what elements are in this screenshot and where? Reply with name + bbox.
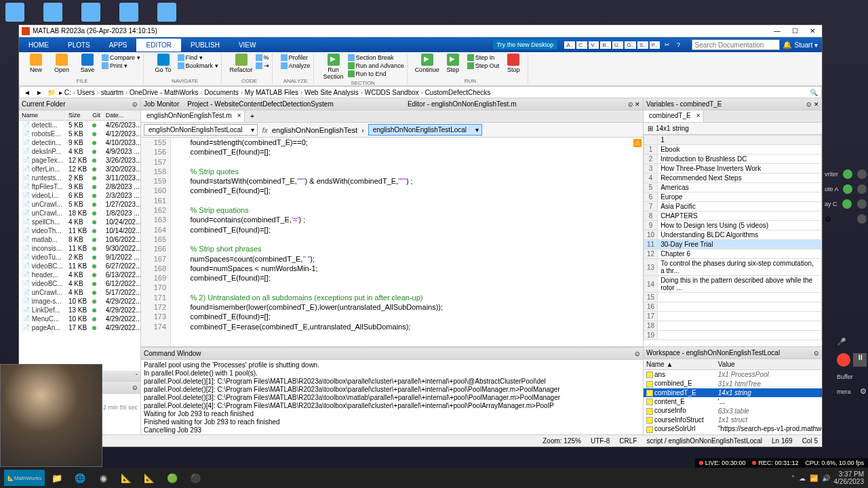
close-button[interactable]: ✕: [808, 27, 816, 35]
taskbar-obs-icon[interactable]: ⚫: [184, 470, 206, 486]
workspace-row[interactable]: ans1x1 ProcessPool: [644, 370, 822, 380]
file-row[interactable]: 📄 detectin...9 KB4/10/2023...: [19, 138, 140, 147]
variable-grid[interactable]: 11Ebook2Introduction to Brushless DC3How…: [644, 135, 822, 346]
workspace-row[interactable]: courseInfoStruct1x1 struct: [644, 415, 822, 424]
search-documentation-input[interactable]: [692, 39, 780, 50]
variable-cell[interactable]: 10Understanding BLDC Algorithms: [644, 230, 822, 240]
taskbar[interactable]: 📐MathWorks 📁 🌐 ◉ 📐 📐 🟢 ⚫ ˄ ☁ 📶 🔊 3:37 PM…: [0, 468, 868, 488]
forward-button[interactable]: ►: [35, 89, 44, 96]
add-tab-button[interactable]: +: [245, 110, 260, 122]
variable-cell[interactable]: 14Doing this in the pattern described ab…: [644, 276, 822, 293]
fx-icon[interactable]: fx: [262, 126, 268, 134]
variable-tab[interactable]: combinedT_E×: [644, 110, 704, 122]
search-icon[interactable]: 🔍: [809, 89, 818, 96]
taskbar-chrome-icon[interactable]: 🌐: [69, 470, 91, 486]
taskbar-app-icon[interactable]: ◉: [92, 470, 114, 486]
taskbar-explorer-icon[interactable]: 📁: [46, 470, 68, 486]
shortcut-key[interactable]: G..: [625, 41, 636, 49]
continue-button[interactable]: Continue: [416, 54, 439, 73]
editor-tab[interactable]: englishOnNonEnglishTest.m×: [141, 110, 245, 122]
file-row[interactable]: 📄 runtests...2 KB3/11/2023...: [19, 174, 140, 182]
ribbon-tab-apps[interactable]: APPS: [100, 39, 137, 52]
file-row[interactable]: 📄 pageTex...12 KB3/26/2023...: [19, 156, 140, 165]
shortcut-key[interactable]: C..: [576, 41, 587, 49]
ribbon-tab-publish[interactable]: PUBLISH: [181, 39, 229, 52]
file-row[interactable]: 📄 matlab...8 KB10/6/2022...: [19, 235, 140, 244]
workspace-row[interactable]: combinedT_E14x1 string: [644, 388, 822, 397]
file-row[interactable]: 📄 deksInP...4 KB4/9/2023 ...: [19, 147, 140, 156]
run-section-button[interactable]: Run Section: [322, 54, 345, 80]
pause-icon[interactable]: ⏸: [853, 353, 867, 367]
back-button[interactable]: ◄: [22, 89, 32, 96]
gear-icon[interactable]: ⚙: [825, 215, 831, 224]
qa-cut-icon[interactable]: ✂: [663, 40, 672, 49]
job-monitor-tab[interactable]: Job Monitor: [144, 100, 187, 108]
file-row[interactable]: 📄 unCrawl...5 KB1/27/2023...: [19, 200, 140, 209]
close-tab-button[interactable]: ×: [237, 112, 241, 119]
save-button[interactable]: Save: [76, 54, 99, 73]
address-bar[interactable]: ◄ ► 📁 ▸ C: › Users › stuartm › OneDrive …: [19, 86, 822, 98]
ribbon-tab-view[interactable]: VIEW: [229, 39, 266, 52]
ribbon-tab-plots[interactable]: PLOTS: [58, 39, 100, 52]
file-row[interactable]: 📄 spellCh...4 KB10/24/202...: [19, 218, 140, 226]
variables-header[interactable]: Variables - combinedT_E⊙ ✕: [644, 98, 822, 110]
breadcrumb-item[interactable]: stuartm: [101, 89, 123, 96]
user-menu[interactable]: Stuart ▾: [795, 41, 818, 49]
analyze-button[interactable]: Analyze: [281, 62, 311, 70]
step-in-button[interactable]: Step In: [467, 54, 500, 62]
variable-cell[interactable]: 4Recommended Next Steps: [644, 174, 822, 183]
breadcrumb-item[interactable]: WCDDS Sandbox: [365, 89, 419, 96]
workspace-row[interactable]: courseInfo63x3 table: [644, 406, 822, 415]
desktop-icon[interactable]: [117, 3, 141, 23]
file-row[interactable]: 📄 unCrawl...4 KB5/17/2022...: [19, 288, 140, 297]
qa-help-icon[interactable]: ?: [674, 40, 684, 49]
file-row[interactable]: 📄 videoTu...2 KB9/1/2022 ...: [19, 253, 140, 262]
zoom-label[interactable]: Zoom: 125%: [542, 437, 581, 445]
close-var-tab-button[interactable]: ×: [696, 112, 701, 119]
run-advance-button[interactable]: Run and Advance: [348, 62, 404, 70]
editor-body[interactable]: 1551561571581591601611621631641651661671…: [141, 138, 643, 346]
workspace-row[interactable]: combined_E31x1 htmlTree: [644, 379, 822, 388]
file-row[interactable]: 📄 pageAn...17 KB4/29/2022...: [19, 323, 140, 332]
breadcrumb-item[interactable]: CustomDefectChecks: [425, 89, 491, 96]
tray-chevron-icon[interactable]: ˄: [791, 474, 795, 482]
workspace-row[interactable]: content_E'...: [644, 397, 822, 406]
taskbar-app2-icon[interactable]: 🟢: [161, 470, 183, 486]
breadcrumb-item[interactable]: Users: [77, 89, 95, 96]
toggle-icon[interactable]: [843, 169, 852, 179]
function-scope-dropdown[interactable]: englishOnNonEnglishTestLocal: [144, 124, 258, 136]
shortcut-key[interactable]: A..: [564, 41, 575, 49]
ribbon-tab-editor[interactable]: EDITOR: [136, 39, 181, 52]
panel-menu-button[interactable]: ⊙ ✕: [628, 101, 641, 108]
variable-cell[interactable]: 7Asia Pacific: [644, 202, 822, 211]
taskbar-mathworks[interactable]: 📐MathWorks: [4, 470, 45, 486]
taskbar-matlab2-icon[interactable]: 📐: [138, 470, 160, 486]
breadcrumb-item[interactable]: Documents: [204, 89, 239, 96]
workspace-table[interactable]: Name ▲Valueans1x1 ProcessPoolcombined_E3…: [644, 359, 822, 434]
file-row[interactable]: 📄 videoLi...6 KB2/3/2023 ...: [19, 191, 140, 200]
variable-cell[interactable]: 3How Three-Phase Inverters Work: [644, 164, 822, 174]
refactor-button[interactable]: Refactor: [230, 54, 253, 73]
variable-cell[interactable]: 8CHAPTERS: [644, 211, 822, 221]
taskbar-clock[interactable]: 3:37 PM4/26/2023: [834, 470, 865, 485]
variable-cell[interactable]: 9How to Design lers Using (5 videos): [644, 221, 822, 230]
workspace-header[interactable]: Workspace - englishOnNonEnglishTestLocal…: [644, 347, 822, 359]
file-row[interactable]: 📄 offerLin...12 KB3/20/2023...: [19, 165, 140, 174]
breadcrumb-item[interactable]: C:: [64, 89, 71, 96]
shortcut-key[interactable]: U..: [612, 41, 623, 49]
variable-cell[interactable]: 1130-Day Free Trial: [644, 240, 822, 249]
variable-cell[interactable]: 13To control the phases during six-step …: [644, 259, 822, 276]
variable-cell[interactable]: 2Introduction to Brushless DC: [644, 155, 822, 164]
current-folder-header[interactable]: Current Folder⊙: [19, 98, 140, 110]
variable-cell[interactable]: 12Chapter 6: [644, 249, 822, 259]
command-window-header[interactable]: Command Window⊙: [141, 348, 643, 360]
file-row[interactable]: 📄 videoBC...4 KB6/12/2022...: [19, 279, 140, 288]
record-icon[interactable]: [837, 353, 850, 367]
compare-button[interactable]: Compare ▾: [102, 54, 140, 62]
breadcrumb-item[interactable]: Web Site Analysis: [304, 89, 359, 96]
project-header[interactable]: Job Monitor Project - WebsiteContentDefe…: [141, 98, 643, 110]
step-button[interactable]: Step: [441, 54, 465, 73]
goto-button[interactable]: Go To: [152, 54, 175, 73]
file-row[interactable]: 📄 LinkDef...13 KB4/29/2022...: [19, 306, 140, 314]
section-break-button[interactable]: Section Break: [348, 54, 404, 62]
